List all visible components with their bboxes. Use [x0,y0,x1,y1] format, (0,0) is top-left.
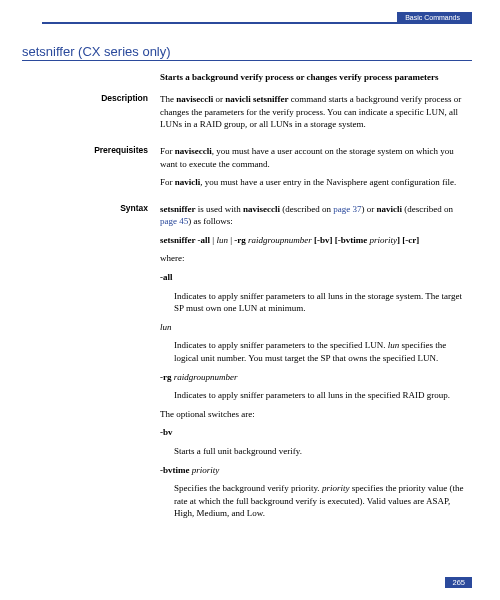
page45-link[interactable]: page 45 [160,216,188,226]
opt-all-txt: Indicates to apply sniffer parameters to… [174,290,472,315]
prereq-p1: For naviseccli, you must have a user acc… [160,145,472,170]
syntax-intro: setsniffer is used with naviseccli (desc… [160,203,472,228]
prerequisites-label: Prerequisites [42,145,160,195]
opt-rg-txt: Indicates to apply sniffer parameters to… [174,389,472,402]
opt-bv-hdr: -bv [160,426,472,439]
page37-link[interactable]: page 37 [333,204,361,214]
syntax-section: Syntax setsniffer is used with naviseccl… [42,203,472,526]
opt-lun-txt: Indicates to apply sniffer parameters to… [174,339,472,364]
opt-lun-hdr: lun [160,321,472,334]
page-title: setsniffer (CX series only) [22,44,171,59]
opt-all-hdr: -all [160,271,472,284]
syntax-where: where: [160,252,472,265]
description-section: Description The naviseccli or navicli se… [42,93,472,137]
description-content: The naviseccli or navicli setsniffer com… [160,93,472,137]
header-section-tag: Basic Commands [397,12,472,23]
prerequisites-section: Prerequisites For naviseccli, you must h… [42,145,472,195]
prereq-p2: For navicli, you must have a user entry … [160,176,472,189]
subtitle: Starts a background verify process or ch… [160,71,472,83]
optional-label: The optional switches are: [160,408,472,421]
page-number: 265 [445,577,472,588]
opt-bvtime-hdr: -bvtime priority [160,464,472,477]
opt-bvtime-txt: Specifies the background verify priority… [174,482,472,520]
description-label: Description [42,93,160,137]
prerequisites-content: For naviseccli, you must have a user acc… [160,145,472,195]
description-p1: The naviseccli or navicli setsniffer com… [160,93,472,131]
syntax-label: Syntax [42,203,160,526]
syntax-usage: setsniffer -all | lun | -rg raidgroupnum… [160,234,472,247]
opt-rg-hdr: -rg raidgroupnumber [160,371,472,384]
opt-bv-txt: Starts a full unit background verify. [174,445,472,458]
title-row: setsniffer (CX series only) [22,44,472,61]
syntax-content: setsniffer is used with naviseccli (desc… [160,203,472,526]
